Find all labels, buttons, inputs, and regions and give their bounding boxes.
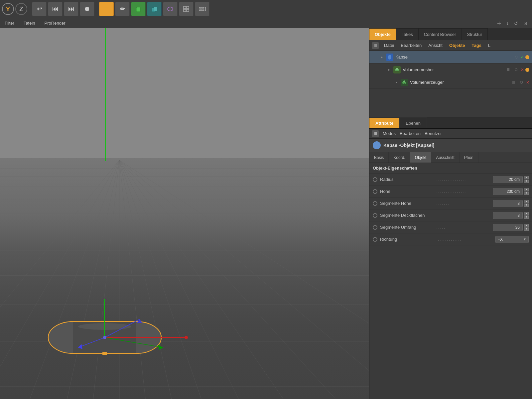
toolbar-cube[interactable] [99, 2, 114, 16]
vm-ctrl-1[interactable]: ☰ [505, 66, 511, 73]
prop-radio-seg-deck[interactable] [373, 213, 377, 218]
svg-point-7 [168, 7, 173, 11]
menu-prorender[interactable]: ProRender [43, 20, 67, 26]
prop-radio-radius[interactable] [373, 177, 377, 182]
attr-modus[interactable]: Modus [383, 131, 396, 136]
prop-radio-hoehe[interactable] [373, 189, 377, 194]
kapsel-name[interactable]: Kapsel [395, 55, 503, 60]
prop-tab-koord[interactable]: Koord. [389, 152, 410, 163]
cube-icon [102, 5, 110, 13]
z-button[interactable]: Z [15, 3, 27, 15]
volumenmesher-name[interactable]: Volumenmesher [403, 67, 503, 72]
attr-bearbeiten[interactable]: Bearbeiten [400, 131, 421, 136]
vm-ctrl-2[interactable]: ⬡ [513, 66, 519, 73]
object-row-kapsel[interactable]: ▸ Kapsel ☰ ⬡ ✓ [369, 51, 532, 64]
prop-radio-richtung[interactable] [373, 237, 377, 242]
menu-window-icon[interactable]: ⊡ [522, 20, 529, 27]
prop-step-down-seg-deck[interactable]: ▼ [524, 215, 529, 219]
svg-line-36 [119, 160, 239, 399]
tab-struktur[interactable]: Struktur [462, 28, 488, 40]
expand-vm[interactable]: ▸ [387, 67, 391, 72]
toolbar-record[interactable]: ⏺ [80, 2, 94, 16]
svg-line-38 [119, 160, 335, 399]
toolbar-play-fwd[interactable]: ⏭ [64, 2, 78, 16]
prop-step-down-hoehe[interactable]: ▼ [524, 192, 529, 195]
prop-value-seg-umfang[interactable]: 36 [493, 224, 523, 231]
ve-ctrl-1[interactable]: ☰ [510, 79, 517, 86]
prop-step-down-radius[interactable]: ▼ [524, 180, 529, 183]
toolbar-pen[interactable]: ✏ [115, 2, 130, 16]
menu-datei[interactable]: Datei [383, 42, 395, 49]
attr-menu-icon[interactable]: ☰ [372, 130, 379, 137]
prop-radio-seg-hoehe[interactable] [373, 201, 377, 206]
prop-step-up-hoehe[interactable]: ▲ [524, 188, 529, 191]
menu-tafeln[interactable]: Tafeln [22, 20, 37, 26]
volumenerzeuger-name[interactable]: Volumenerzeuger [410, 80, 508, 85]
toolbar-teal-cube[interactable] [147, 2, 162, 16]
prop-value-radius[interactable]: 20 cm [493, 176, 523, 183]
prop-tab-ausschnitt[interactable]: Ausschnitt [431, 152, 459, 163]
toolbar-return[interactable]: ↩ [32, 2, 47, 16]
svg-marker-57 [158, 345, 163, 350]
toolbar-green-cube[interactable] [131, 2, 146, 16]
menu-tags[interactable]: Tags [470, 42, 483, 49]
menu-objekte[interactable]: Objekte [448, 42, 466, 49]
menu-l[interactable]: L [487, 42, 492, 49]
menu-ansicht[interactable]: Ansicht [427, 42, 444, 49]
expand-kapsel[interactable]: ▸ [379, 55, 384, 60]
prop-row-radius: Radius ................ 20 cm ▲ ▼ [369, 174, 532, 186]
prop-radio-seg-umfang[interactable] [373, 225, 377, 230]
object-row-volumenmesher[interactable]: ▸ Volumenmesher ☰ ⬡ ✕ [369, 64, 532, 76]
prop-dropdown-richtung[interactable]: +X ▼ [495, 236, 529, 243]
prop-tab-phon[interactable]: Phon [460, 152, 478, 163]
ve-x[interactable]: ✕ [526, 80, 529, 85]
toolbar-grid[interactable] [179, 2, 194, 16]
menu-down-icon[interactable]: ↓ [505, 20, 510, 27]
prop-label-seg-hoehe: Segmente Höhe [380, 201, 437, 206]
viewport[interactable] [0, 28, 369, 399]
tab-takes[interactable]: Takes [396, 28, 419, 40]
vm-x[interactable]: ✕ [521, 67, 524, 72]
expand-ve[interactable]: ▸ [394, 80, 399, 85]
tab-content-browser[interactable]: Content Browser [419, 28, 462, 40]
prop-value-container-seg-hoehe: 8 ▲ ▼ [493, 200, 529, 207]
svg-line-28 [0, 160, 119, 399]
svg-point-68 [375, 143, 378, 148]
prop-value-seg-deck[interactable]: 8 [493, 212, 523, 219]
prop-tab-basis[interactable]: Basis [369, 152, 389, 163]
svg-point-58 [103, 336, 106, 339]
kapsel-check[interactable]: ✓ [521, 55, 524, 60]
prop-tab-objekt[interactable]: Objekt [410, 152, 432, 163]
attr-sub-menu: ☰ Modus Bearbeiten Benutzer [369, 129, 532, 139]
prop-step-down-seg-umfang[interactable]: ▼ [524, 227, 529, 231]
kapsel-ctrl-2[interactable]: ⬡ [513, 54, 519, 61]
ve-ctrl-2[interactable]: ⬡ [518, 79, 525, 86]
svg-rect-59 [102, 352, 107, 355]
tab-objekte[interactable]: Objekte [369, 28, 396, 40]
prop-value-seg-hoehe[interactable]: 8 [493, 200, 523, 207]
object-row-volumenerzeuger[interactable]: ▸ Volumenerzeuger ☰ ⬡ ✕ [369, 76, 532, 89]
svg-point-51 [185, 336, 188, 339]
capsule-object[interactable] [20, 299, 193, 359]
kapsel-ctrl-1[interactable]: ☰ [505, 54, 511, 61]
attr-benutzer[interactable]: Benutzer [425, 131, 442, 136]
tab-attribute[interactable]: Attribute [369, 117, 400, 128]
volumenerzeuger-icon [401, 79, 408, 86]
tab-ebenen[interactable]: Ebenen [400, 117, 427, 128]
menu-filter[interactable]: Filter [3, 20, 16, 26]
prop-step-up-seg-hoehe[interactable]: ▲ [524, 200, 529, 203]
toolbar-shape[interactable] [163, 2, 178, 16]
menu-move-icon[interactable]: ✛ [496, 20, 502, 27]
prop-row-seg-umfang: Segmente Umfang ..... 36 ▲ ▼ [369, 221, 532, 233]
prop-step-up-seg-umfang[interactable]: ▲ [524, 224, 529, 227]
menu-refresh-icon[interactable]: ↺ [513, 20, 519, 27]
toolbar-play-back[interactable]: ⏮ [48, 2, 63, 16]
prop-step-up-seg-deck[interactable]: ▲ [524, 212, 529, 215]
prop-value-hoehe[interactable]: 200 cm [493, 188, 523, 195]
prop-step-up-radius[interactable]: ▲ [524, 176, 529, 179]
y-button[interactable]: Y [2, 3, 14, 15]
toolbar-camera[interactable] [195, 2, 209, 16]
menu-bearbeiten[interactable]: Bearbeiten [399, 42, 423, 49]
prop-step-down-seg-hoehe[interactable]: ▼ [524, 203, 529, 207]
panel-menu-icon[interactable]: ☰ [372, 42, 379, 49]
